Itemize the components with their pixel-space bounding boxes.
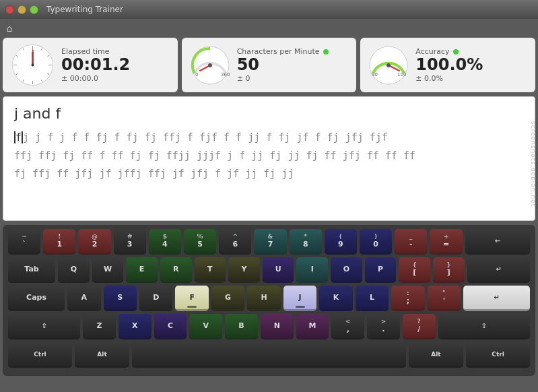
accuracy-delta: ± 0.0% [415, 74, 483, 83]
watermark: screenshots.debian.net [530, 121, 537, 207]
key-tab[interactable]: Tab [8, 257, 55, 283]
key-4[interactable]: $4 [149, 229, 181, 255]
key-b[interactable]: B [225, 314, 258, 339]
svg-text:0: 0 [195, 72, 198, 77]
key-5[interactable]: %5 [184, 229, 216, 255]
key-1[interactable]: !1 [43, 229, 75, 255]
svg-text:360: 360 [221, 72, 230, 77]
accuracy-gauge: 90 100 [368, 45, 409, 86]
window-controls [5, 5, 38, 14]
key-v[interactable]: V [189, 314, 222, 339]
key-9[interactable]: (9 [325, 229, 357, 255]
cpm-info: Characters per Minute 50 ± 0 [237, 47, 329, 82]
key-comma[interactable]: <, [331, 314, 364, 339]
key-minus[interactable]: _- [395, 229, 427, 255]
exercise-title: j and f [14, 105, 524, 122]
elapsed-delta: ± 00:00.0 [61, 74, 130, 83]
key-q[interactable]: Q [58, 257, 90, 283]
maximize-button[interactable] [30, 5, 38, 14]
key-n[interactable]: N [261, 314, 294, 339]
keyboard-row-4: ⇧ Z X C V B N M <, >. ?/ ⇧ [8, 314, 530, 339]
key-backtick[interactable]: ~` [8, 229, 40, 255]
key-backspace[interactable]: ← [465, 229, 530, 255]
key-lbracket[interactable]: {[ [399, 257, 430, 283]
speed-gauge: 0 360 [190, 45, 230, 86]
keyboard-row-5: Ctrl Alt Alt Ctrl [8, 342, 530, 368]
key-s[interactable]: S [104, 286, 137, 311]
keyboard-row-3: Caps A S D F G H J K L :; "' ↵ [8, 286, 530, 311]
key-quote[interactable]: "' [428, 286, 461, 311]
elapsed-info: Elapsed time 00:01.2 ± 00:00.0 [61, 47, 130, 82]
key-enter[interactable]: ↵ [467, 257, 530, 283]
key-semicolon[interactable]: :; [391, 286, 424, 311]
key-z[interactable]: Z [83, 314, 116, 339]
key-w[interactable]: W [92, 257, 124, 283]
key-c[interactable]: C [154, 314, 187, 339]
key-l[interactable]: L [356, 286, 389, 311]
key-enter2[interactable]: ↵ [463, 286, 530, 311]
elapsed-card: Elapsed time 00:01.2 ± 00:00.0 [3, 38, 178, 92]
key-r[interactable]: R [160, 257, 192, 283]
typing-line-3: fj ffj ff jfj jf jffj ffj jf jfj f jf jj… [14, 165, 524, 183]
cpm-status-dot [323, 49, 329, 55]
close-button[interactable] [5, 5, 14, 14]
key-shift-right[interactable]: ⇧ [438, 314, 530, 339]
keyboard-row-1: ~` !1 @2 #3 $4 %5 ^6 &7 *8 (9 )0 _- += ← [8, 229, 530, 255]
cpm-value: 50 [237, 56, 329, 73]
typing-area: j and f fj j f j f f fj f fj fj ffj f fj… [3, 96, 535, 221]
clock-gauge [11, 43, 55, 87]
key-g[interactable]: G [211, 286, 244, 311]
key-a[interactable]: A [67, 286, 100, 311]
key-k[interactable]: K [319, 286, 352, 311]
key-slash[interactable]: ?/ [403, 314, 436, 339]
key-alt-left[interactable]: Alt [75, 342, 129, 368]
cpm-card: 0 360 Characters per Minute 50 ± 0 [182, 38, 357, 92]
svg-point-26 [386, 63, 391, 67]
key-equals[interactable]: += [430, 229, 462, 255]
app-title: Typewriting Trainer [46, 5, 123, 14]
key-x[interactable]: X [119, 314, 152, 339]
svg-text:90: 90 [372, 72, 378, 77]
key-7[interactable]: &7 [254, 229, 286, 255]
elapsed-value: 00:01.2 [61, 56, 130, 73]
key-t[interactable]: T [195, 257, 226, 283]
key-j[interactable]: J [283, 286, 316, 311]
key-p[interactable]: P [365, 257, 397, 283]
cursor-char: f [14, 131, 22, 143]
home-button[interactable]: ⌂ [3, 22, 16, 35]
key-period[interactable]: >. [367, 314, 400, 339]
key-space[interactable] [132, 342, 406, 368]
svg-line-15 [33, 50, 34, 65]
keyboard-row-2: Tab Q W E R T Y U I O P {[ }] ↵ [8, 257, 530, 283]
key-2[interactable]: @2 [78, 229, 110, 255]
key-e[interactable]: E [126, 257, 158, 283]
key-f[interactable]: F [175, 286, 208, 311]
key-d[interactable]: D [139, 286, 172, 311]
typing-line-1: fj j f j f f fj f fj fj ffj f fjf f f jj… [14, 129, 524, 147]
svg-point-16 [32, 64, 34, 67]
key-ctrl-left[interactable]: Ctrl [8, 342, 72, 368]
key-u[interactable]: U [263, 257, 294, 283]
key-i[interactable]: I [296, 257, 328, 283]
key-h[interactable]: H [247, 286, 280, 311]
key-y[interactable]: Y [228, 257, 260, 283]
svg-point-21 [208, 63, 212, 67]
accuracy-status-dot [453, 49, 459, 55]
keyboard: ~` !1 @2 #3 $4 %5 ^6 &7 *8 (9 )0 _- += ←… [3, 225, 535, 376]
svg-text:100: 100 [397, 72, 406, 77]
key-alt-right[interactable]: Alt [409, 342, 463, 368]
key-o[interactable]: O [331, 257, 362, 283]
minimize-button[interactable] [18, 5, 26, 14]
key-m[interactable]: M [296, 314, 329, 339]
key-rbracket[interactable]: }] [433, 257, 465, 283]
key-0[interactable]: )0 [360, 229, 392, 255]
key-3[interactable]: #3 [114, 229, 146, 255]
key-6[interactable]: ^6 [219, 229, 251, 255]
cpm-delta: ± 0 [237, 74, 329, 83]
titlebar: Typewriting Trainer [0, 0, 538, 19]
key-ctrl-right[interactable]: Ctrl [466, 342, 530, 368]
key-caps[interactable]: Caps [8, 286, 65, 311]
key-8[interactable]: *8 [290, 229, 322, 255]
key-shift-left[interactable]: ⇧ [8, 314, 80, 339]
stats-panel: Elapsed time 00:01.2 ± 00:00.0 0 360 [0, 38, 538, 96]
